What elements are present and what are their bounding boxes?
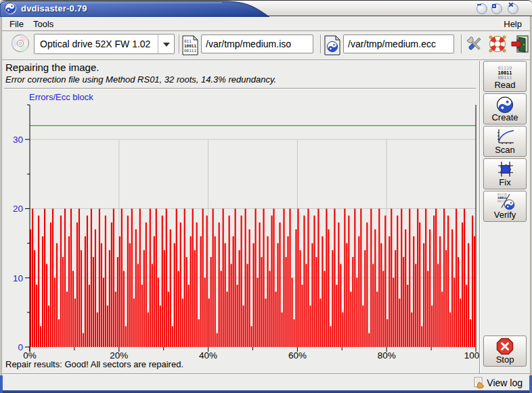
svg-text:00111: 00111 [184, 48, 196, 53]
drive-select-value: Optical drive 52X FW 1.02 [35, 39, 158, 49]
resize-grip-right[interactable] [529, 375, 532, 393]
tools-icon [465, 34, 484, 53]
minimize-button[interactable] [476, 3, 487, 14]
svg-text:0: 0 [18, 342, 23, 352]
read-button[interactable]: 01110 10011 00111 Read [483, 61, 527, 92]
cd-drive-icon [10, 33, 30, 53]
menu-help[interactable]: Help [500, 18, 526, 30]
window-title: dvdisaster-0.79 [21, 3, 87, 14]
status-subheading: Error correction file using Method RS01,… [5, 74, 276, 85]
svg-text:10: 10 [13, 273, 23, 283]
resize-grip-left[interactable] [0, 375, 3, 393]
quit-button[interactable] [510, 34, 530, 54]
svg-text:40%: 40% [199, 350, 217, 361]
window-frame-left [0, 16, 2, 393]
verify-icon: 01110 10011 00111 [495, 191, 515, 210]
svg-text:60%: 60% [288, 350, 307, 361]
exit-door-icon [510, 34, 529, 53]
view-log-button[interactable]: View log [470, 375, 526, 390]
scan-button[interactable]: Scan [483, 126, 527, 157]
scan-curve-icon [495, 128, 515, 145]
toolbar: Optical drive 52X FW 1.02 011 10011 0011… [2, 31, 530, 60]
app-window: dvdisaster-0.79 File Tools Help Optical … [0, 0, 532, 393]
menu-file[interactable]: File [5, 18, 28, 30]
errors-chart: 01020300%20%40%60%80%100% [0, 101, 481, 365]
binary-icon: 01110 10011 00111 [497, 66, 512, 80]
yinyang-icon [497, 97, 513, 113]
stop-button[interactable]: Stop [483, 336, 527, 367]
fix-button[interactable]: Fix [483, 158, 527, 189]
status-heading: Repairing the image. [5, 62, 99, 73]
app-logo-icon [5, 3, 16, 14]
svg-text:100%: 100% [464, 350, 481, 361]
create-button[interactable]: Create [483, 93, 527, 124]
view-log-icon [474, 377, 485, 389]
statusbar: View log [2, 375, 530, 390]
help-button[interactable] [487, 34, 508, 54]
svg-text:20: 20 [13, 204, 23, 214]
menubar: File Tools Help [2, 17, 530, 30]
repair-result-text: Repair results: Good! All sectors are re… [5, 359, 183, 369]
ecc-file-input[interactable] [343, 34, 454, 53]
puzzle-icon [495, 160, 514, 178]
chevron-down-icon [158, 34, 174, 53]
preferences-button[interactable] [464, 34, 485, 54]
image-file-input[interactable] [201, 34, 313, 53]
svg-text:10011: 10011 [184, 43, 196, 48]
svg-text:30: 30 [13, 135, 23, 145]
lifebuoy-icon [488, 34, 507, 53]
verify-button[interactable]: 01110 10011 00111 Verify [483, 191, 527, 222]
titlebar[interactable]: dvdisaster-0.79 [0, 0, 532, 16]
svg-text:80%: 80% [378, 350, 396, 361]
drive-select[interactable]: Optical drive 52X FW 1.02 [34, 34, 175, 54]
close-button[interactable] [508, 3, 518, 14]
ecc-file-icon [323, 35, 341, 55]
menu-tools[interactable]: Tools [29, 18, 58, 30]
image-file-icon: 011 10011 00111 [181, 35, 199, 55]
svg-text:011: 011 [184, 39, 192, 43]
maximize-button[interactable] [491, 3, 502, 14]
window-frame-bottom [0, 390, 532, 393]
stop-icon [496, 338, 514, 355]
chart-title: Errors/Ecc block [29, 92, 93, 102]
